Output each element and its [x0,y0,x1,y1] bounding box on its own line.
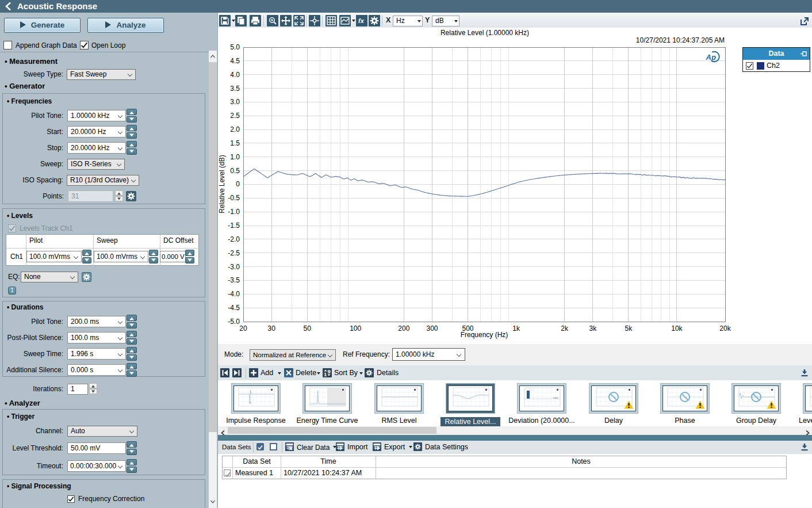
svg-text:100: 100 [350,324,361,333]
svg-text:200: 200 [398,324,409,333]
svg-text:4.0: 4.0 [230,71,240,79]
svg-text:3.0: 3.0 [230,98,240,106]
svg-text:Ap: Ap [706,53,716,62]
svg-text:9: 9 [328,368,331,375]
svg-text:-4.5: -4.5 [228,304,240,312]
svg-text:300: 300 [426,324,438,333]
svg-text:1k: 1k [512,324,520,333]
svg-text:Frequency (Hz): Frequency (Hz) [461,331,508,339]
svg-text:-1.5: -1.5 [228,221,240,230]
svg-text:-4.0: -4.0 [228,290,240,298]
svg-text:30: 30 [268,324,276,333]
svg-text:0.5: 0.5 [230,167,240,175]
svg-text:-3.0: -3.0 [228,263,240,271]
svg-text:-2.5: -2.5 [228,249,240,257]
svg-text:fx: fx [358,17,365,24]
svg-text:50: 50 [304,324,312,333]
svg-text:-0.5: -0.5 [228,194,240,202]
svg-text:-3.5: -3.5 [228,276,240,284]
svg-text:-5.0: -5.0 [228,318,240,326]
svg-text:20: 20 [239,324,247,333]
svg-text:-1.0: -1.0 [228,208,240,216]
svg-text:1: 1 [324,371,327,377]
svg-text:2.0: 2.0 [230,125,240,133]
svg-text:2.5: 2.5 [230,112,240,120]
svg-text:3.5: 3.5 [230,85,240,93]
svg-text:-2.0: -2.0 [228,235,240,243]
svg-text:5k: 5k [625,324,633,333]
svg-text:0: 0 [236,180,240,188]
svg-text:1.5: 1.5 [230,139,240,147]
svg-text:5.0: 5.0 [230,43,240,51]
svg-text:3k: 3k [589,324,597,333]
svg-text:2k: 2k [561,324,569,333]
svg-text:Relative Level (1.00000 kHz): Relative Level (1.00000 kHz) [441,29,529,37]
svg-text:10k: 10k [671,324,683,333]
svg-text:Relative Level (dB): Relative Level (dB) [218,155,226,213]
svg-text:1.0: 1.0 [230,153,240,161]
svg-text:10/27/2021 10:24:37.205 AM: 10/27/2021 10:24:37.205 AM [636,36,725,44]
svg-text:20k: 20k [719,324,731,333]
svg-text:4.5: 4.5 [230,57,240,65]
